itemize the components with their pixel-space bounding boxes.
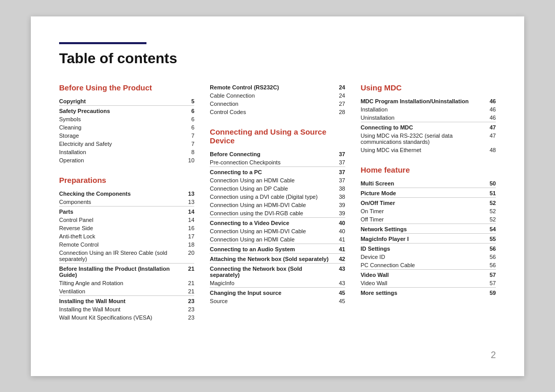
toc-table: MDC Program Installation/Uninstallation4… <box>361 97 496 154</box>
toc-entry-page: 43 <box>333 263 345 279</box>
toc-entry-label: Anti-theft Lock <box>59 232 182 240</box>
toc-entry-label: More settings <box>361 287 484 297</box>
toc-entry-page: 5 <box>182 97 194 106</box>
toc-entry-page: 52 <box>484 207 496 215</box>
toc-entry-page: 46 <box>484 114 496 122</box>
toc-entry-page: 56 <box>484 261 496 270</box>
toc-entry-label: MagicInfo Player I <box>361 233 484 243</box>
toc-table: Checking the Components13Components13Par… <box>59 190 194 322</box>
toc-entry-page: 56 <box>484 253 496 261</box>
toc-entry-page: 6 <box>182 115 194 123</box>
toc-entry-label: Using MDC via RS-232C (serial data commu… <box>361 132 484 146</box>
toc-entry-page: 16 <box>182 224 194 232</box>
toc-entry-label: Cable Connection <box>210 91 332 100</box>
toc-entry-page: 13 <box>182 198 194 207</box>
toc-entry-page: 6 <box>182 123 194 132</box>
toc-entry-label: Parts <box>59 206 182 216</box>
section-heading: Home feature <box>361 165 496 174</box>
toc-entry-page: 46 <box>484 105 496 114</box>
toc-entry-label: Picture Mode <box>361 188 484 197</box>
toc-entry-label: Before Installing the Product (Installat… <box>59 263 182 279</box>
toc-entry-label: Connection Using an DP Cable <box>210 184 332 193</box>
toc-entry-page: 40 <box>333 227 345 235</box>
toc-entry-page: 43 <box>333 279 345 288</box>
toc-entry-label: Connection Using an HDMI-DVI Cable <box>210 201 332 209</box>
toc-entry-page: 38 <box>333 193 345 201</box>
toc-entry-label: Off Timer <box>361 215 484 224</box>
toc-entry-label: Connecting to a Video Device <box>210 217 332 227</box>
toc-entry-page: 47 <box>484 132 496 146</box>
toc-entry-label: Network Settings <box>361 223 484 233</box>
toc-entry-label: Symbols <box>59 115 182 123</box>
toc-entry-label: Copyright <box>59 97 182 106</box>
toc-entry-label: Video Wall <box>361 279 484 288</box>
toc-entry-page: 56 <box>484 243 496 253</box>
toc-entry-label: Control Panel <box>59 216 182 224</box>
toc-entry-page: 40 <box>333 217 345 227</box>
toc-entry-label: Tilting Angle and Rotation <box>59 279 182 287</box>
toc-table: Multi Screen50Picture Mode51On/Off Timer… <box>361 179 496 297</box>
toc-entry-label: Device ID <box>361 253 484 261</box>
toc-entry-label: On/Off Timer <box>361 197 484 207</box>
toc-entry-label: Connection using the DVI-RGB cable <box>210 209 332 218</box>
toc-entry-label: Safety Precautions <box>59 105 182 115</box>
toc-entry-label: Components <box>59 198 182 207</box>
toc-entry-page: 57 <box>484 279 496 288</box>
toc-entry-page: 37 <box>333 166 345 176</box>
toc-entry-page: 41 <box>333 244 345 253</box>
toc-entry-page: 21 <box>182 279 194 287</box>
toc-table: Before Connecting37Pre-connection Checkp… <box>210 150 345 305</box>
toc-entry-label: Electricity and Safety <box>59 140 182 148</box>
toc-entry-label: Connection Using an IR Stereo Cable (sol… <box>59 249 182 264</box>
toc-entry-page: 7 <box>182 132 194 140</box>
toc-entry-label: Installing the Wall Mount <box>59 295 182 305</box>
toc-entry-page: 42 <box>333 253 345 263</box>
section-heading: Preparations <box>59 176 194 184</box>
toc-entry-label: Installing the Wall Mount <box>59 305 182 313</box>
toc-entry-page: 57 <box>484 269 496 279</box>
toc-entry-page: 27 <box>333 100 345 108</box>
toc-entry-label: Connecting the Network box (Sold separat… <box>210 263 332 279</box>
toc-entry-page: 21 <box>182 287 194 296</box>
toc-entry-label: MDC Program Installation/Uninstallation <box>361 97 484 105</box>
toc-table: Copyright5Safety Precautions6Symbols6Cle… <box>59 97 194 164</box>
column-2: Remote Control (RS232C)24Cable Connectio… <box>210 83 360 333</box>
toc-entry-page: 23 <box>182 313 194 322</box>
toc-entry-label: Connection Using an HDMI Cable <box>210 235 332 244</box>
toc-entry-page: 52 <box>484 215 496 224</box>
toc-entry-label: Video Wall <box>361 269 484 279</box>
toc-entry-page: 7 <box>182 140 194 148</box>
toc-entry-page: 52 <box>484 197 496 207</box>
toc-entry-page: 55 <box>484 233 496 243</box>
toc-entry-label: Before Connecting <box>210 150 332 158</box>
toc-entry-page: 24 <box>333 91 345 100</box>
toc-entry-page: 23 <box>182 295 194 305</box>
column-3: Using MDCMDC Program Installation/Uninst… <box>361 83 496 333</box>
toc-entry-page: 38 <box>333 184 345 193</box>
toc-entry-label: Remote Control <box>59 240 182 249</box>
section-heading: Before Using the Product <box>59 83 194 92</box>
toc-entry-page: 37 <box>333 150 345 158</box>
toc-entry-page: 48 <box>484 146 496 154</box>
toc-entry-label: Attaching the Network box (Sold separate… <box>210 253 332 263</box>
toc-entry-page: 51 <box>484 188 496 197</box>
toc-entry-label: Operation <box>59 156 182 164</box>
page: Table of contents Before Using the Produ… <box>31 16 524 376</box>
toc-entry-page: 45 <box>333 297 345 305</box>
columns: Before Using the ProductCopyright5Safety… <box>59 83 496 333</box>
toc-entry-page: 28 <box>333 108 345 116</box>
toc-entry-label: Reverse Side <box>59 224 182 232</box>
toc-entry-page: 17 <box>182 232 194 240</box>
toc-entry-page: 39 <box>333 201 345 209</box>
toc-entry-label: ID Settings <box>361 243 484 253</box>
toc-entry-label: Pre-connection Checkpoints <box>210 158 332 167</box>
toc-entry-label: Using MDC via Ethernet <box>361 146 484 154</box>
page-title: Table of contents <box>59 50 496 67</box>
toc-entry-page: 41 <box>333 235 345 244</box>
page-number: 2 <box>491 350 496 361</box>
toc-entry-page: 20 <box>182 249 194 264</box>
toc-entry-label: Multi Screen <box>361 179 484 188</box>
title-bar <box>59 42 146 44</box>
toc-entry-page: 10 <box>182 156 194 164</box>
toc-table: Remote Control (RS232C)24Cable Connectio… <box>210 83 345 116</box>
